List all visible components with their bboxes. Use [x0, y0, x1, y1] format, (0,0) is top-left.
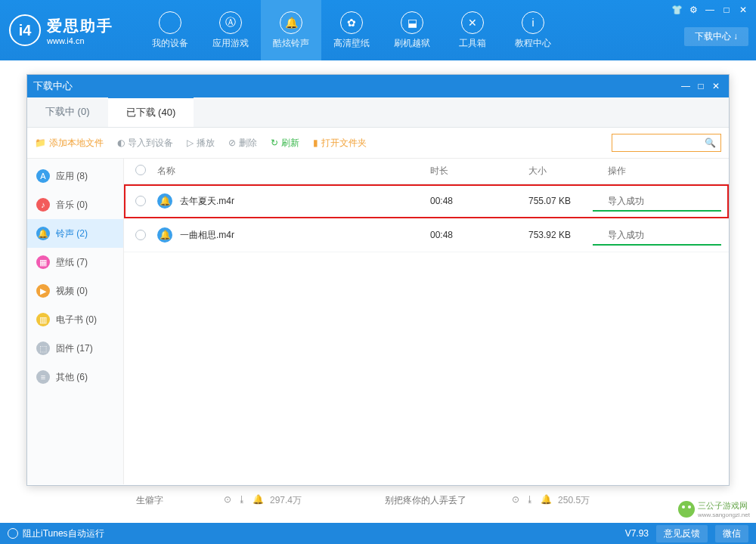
add-local-file-button[interactable]: 📁添加本地文件 — [35, 137, 104, 150]
sidebar-item-wallpapers[interactable]: ▦壁纸 (7) — [27, 248, 123, 277]
watermark-face-icon — [678, 501, 695, 518]
nav-toolbox[interactable]: ✕工具箱 — [442, 0, 503, 60]
ringtone-icon: 🔔 — [157, 193, 172, 209]
count-2: 250.5万 — [558, 494, 590, 507]
refresh-icon: ↻ — [271, 138, 278, 148]
category-sidebar: A应用 (8) ♪音乐 (0) 🔔铃声 (2) ▦壁纸 (7) ▶视频 (0) … — [27, 159, 124, 484]
import-to-device-button[interactable]: ◐导入到设备 — [117, 137, 173, 150]
select-all-checkbox[interactable] — [135, 165, 146, 175]
modal-maximize-button[interactable]: □ — [694, 79, 708, 93]
bell-icon: 🔔 — [280, 11, 302, 34]
nav-my-device[interactable]: 我的设备 — [140, 0, 200, 60]
status-toggle[interactable] — [8, 528, 18, 539]
search-icon: 🔍 — [705, 138, 716, 148]
search-input[interactable]: 🔍 — [612, 134, 721, 152]
modal-tabs: 下载中 (0) 已下载 (40) — [27, 97, 729, 128]
nav-apps[interactable]: Ⓐ应用游戏 — [200, 0, 261, 60]
bell-icon[interactable]: 🔔 — [541, 494, 552, 507]
logo-badge: i4 — [9, 14, 41, 46]
sidebar-item-apps[interactable]: A应用 (8) — [27, 162, 123, 190]
apple-icon — [159, 11, 181, 34]
row-checkbox[interactable] — [135, 196, 146, 206]
col-name[interactable]: 名称 — [157, 165, 430, 178]
nav-jailbreak[interactable]: ⬓刷机越狱 — [382, 0, 442, 60]
sidebar-item-firmware[interactable]: ⬚固件 (17) — [27, 334, 123, 363]
bg-song-2: 别把疼你的人弄丢了 — [385, 494, 466, 507]
nav-ringtones[interactable]: 🔔酷炫铃声 — [261, 0, 321, 60]
file-list: 名称 时长 大小 操作 🔔去年夏天.m4r 00:48 755.07 KB 导入… — [124, 159, 729, 484]
wallpaper-icon: ▦ — [36, 255, 50, 269]
apps-icon: Ⓐ — [219, 11, 242, 34]
col-action[interactable]: 操作 — [608, 165, 729, 178]
progress-bar — [593, 244, 721, 246]
file-duration: 00:48 — [430, 230, 528, 240]
file-row[interactable]: 🔔去年夏天.m4r 00:48 755.07 KB 导入成功 — [124, 184, 729, 218]
tab-downloaded[interactable]: 已下载 (40) — [108, 97, 194, 127]
flower-icon: ✿ — [340, 11, 363, 34]
feedback-button[interactable]: 意见反馈 — [656, 525, 708, 542]
close-button[interactable]: ✕ — [735, 3, 751, 17]
modal-close-button[interactable]: ✕ — [709, 79, 723, 93]
delete-button[interactable]: ⊘删除 — [228, 137, 257, 150]
open-folder-button[interactable]: ▮打开文件夹 — [313, 137, 367, 150]
version-label: V7.93 — [625, 528, 649, 539]
nav-wallpapers[interactable]: ✿高清壁纸 — [321, 0, 382, 60]
folder-plus-icon: 📁 — [35, 138, 46, 148]
gear-icon[interactable]: ⚙ — [685, 3, 702, 17]
sidebar-item-ringtones[interactable]: 🔔铃声 (2) — [27, 219, 123, 248]
tab-downloading[interactable]: 下载中 (0) — [27, 97, 108, 127]
sidebar-item-other[interactable]: ≡其他 (6) — [27, 363, 123, 391]
sidebar-item-videos[interactable]: ▶视频 (0) — [27, 277, 123, 305]
firmware-icon: ⬚ — [36, 342, 50, 355]
download-center-button[interactable]: 下载中心 ↓ — [684, 27, 748, 46]
file-duration: 00:48 — [430, 196, 528, 206]
count-1: 297.4万 — [270, 494, 302, 507]
shirt-icon[interactable]: 👕 — [668, 3, 685, 17]
file-status: 导入成功 — [608, 229, 729, 242]
bell-icon[interactable]: 🔔 — [253, 494, 264, 507]
ringtone-icon: 🔔 — [157, 227, 172, 243]
row-checkbox[interactable] — [135, 230, 146, 240]
wechat-button[interactable]: 微信 — [715, 525, 748, 542]
file-name: 一曲相思.m4r — [180, 229, 234, 242]
file-name: 去年夏天.m4r — [180, 195, 234, 208]
download-icon[interactable]: ⭳ — [237, 494, 246, 507]
window-controls: 👕 ⚙ — □ ✕ — [668, 3, 751, 17]
play-icon: ▷ — [187, 138, 194, 148]
file-status: 导入成功 — [608, 195, 729, 208]
play-icon[interactable]: ⊙ — [224, 494, 231, 507]
logo-title: 爱思助手 — [47, 16, 113, 36]
file-size: 755.07 KB — [528, 196, 608, 206]
play-button[interactable]: ▷播放 — [187, 137, 215, 150]
status-bar: 阻止iTunes自动运行 V7.93 意见反馈 微信 — [0, 523, 756, 544]
app-logo: i4 爱思助手 www.i4.cn — [9, 14, 113, 46]
apps-icon: A — [36, 169, 50, 183]
file-row[interactable]: 🔔一曲相思.m4r 00:48 753.92 KB 导入成功 — [124, 218, 729, 252]
other-icon: ≡ — [36, 370, 50, 384]
maximize-button[interactable]: □ — [718, 3, 735, 17]
modal-minimize-button[interactable]: — — [679, 79, 692, 93]
minimize-button[interactable]: — — [702, 3, 718, 17]
sidebar-item-music[interactable]: ♪音乐 (0) — [27, 190, 123, 219]
video-icon: ▶ — [36, 284, 50, 298]
sidebar-item-ebooks[interactable]: ▥电子书 (0) — [27, 305, 123, 334]
play-icon[interactable]: ⊙ — [512, 494, 519, 507]
box-icon: ⬓ — [401, 11, 423, 34]
music-icon: ♪ — [36, 198, 50, 212]
download-icon[interactable]: ⭳ — [525, 494, 534, 507]
folder-icon: ▮ — [313, 138, 318, 148]
wrench-icon: ✕ — [461, 11, 484, 34]
col-size[interactable]: 大小 — [528, 165, 608, 178]
info-icon: i — [522, 11, 544, 34]
nav-tutorials[interactable]: i教程中心 — [503, 0, 563, 60]
progress-bar — [593, 210, 721, 212]
refresh-button[interactable]: ↻刷新 — [271, 137, 299, 150]
main-nav: 我的设备 Ⓐ应用游戏 🔔酷炫铃声 ✿高清壁纸 ⬓刷机越狱 ✕工具箱 i教程中心 — [140, 0, 747, 60]
modal-toolbar: 📁添加本地文件 ◐导入到设备 ▷播放 ⊘删除 ↻刷新 ▮打开文件夹 🔍 — [27, 128, 729, 159]
col-duration[interactable]: 时长 — [430, 165, 528, 178]
bg-song-1: 生僻字 — [136, 494, 163, 507]
itunes-block-label: 阻止iTunes自动运行 — [23, 527, 104, 540]
logo-url: www.i4.cn — [47, 36, 113, 45]
book-icon: ▥ — [36, 313, 50, 326]
watermark: 三公子游戏网 www.sangongzi.net — [678, 500, 750, 518]
